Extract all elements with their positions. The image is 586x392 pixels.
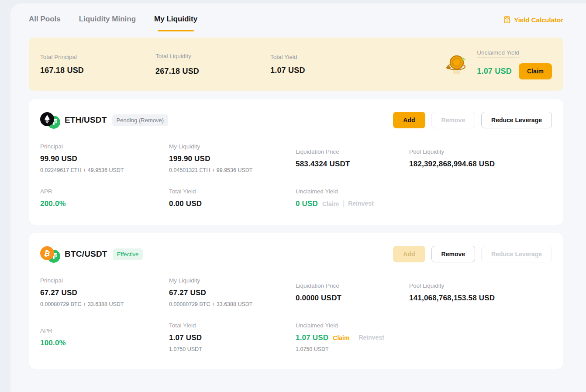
summary-banner: Total Principal 167.18 USD Total Liquidi… (29, 38, 563, 91)
liquidation-price-label: Liquidation Price (296, 148, 409, 155)
unclaimed-yield-value: 0 USD (296, 199, 318, 208)
eth-icon (40, 112, 54, 128)
total-principal-stat: Total Principal 167.18 USD (40, 54, 155, 75)
apr-label: APR (40, 327, 169, 334)
my-liquidity-cell: My Liquidity 199.90 USD 0.04501321 ETH +… (169, 143, 296, 173)
yield-calculator-label: Yield Calculator (514, 16, 563, 24)
total-yield-detail: 1.0750 USDT (169, 346, 296, 352)
status-badge: Pending (Remove) (112, 114, 168, 126)
total-liquidity-value: 267.18 USD (155, 67, 270, 76)
tab-all-pools[interactable]: All Pools (29, 15, 61, 31)
reduce-leverage-button[interactable]: Reduce Leverage (481, 246, 552, 262)
reinvest-link[interactable]: Reinvest (348, 200, 373, 208)
liquidation-price-value: 583.4324 USDT (296, 160, 409, 168)
total-yield-label: Total Yield (169, 322, 296, 329)
total-yield-value: 1.07 USD (169, 334, 296, 342)
my-liquidity-detail: 0.04501321 ETH + 99.9536 USDT (169, 167, 296, 173)
principal-value: 67.27 USD (40, 289, 169, 297)
tab-my-liquidity[interactable]: My Liquidity (154, 15, 197, 31)
principal-cell: Principal 67.27 USD 0.00080729 BTC + 33.… (40, 277, 169, 307)
claim-all-button[interactable]: Claim (519, 63, 552, 79)
reinvest-link[interactable]: Reinvest (358, 334, 384, 342)
add-button[interactable]: Add (393, 246, 425, 262)
remove-button[interactable]: Remove (431, 112, 475, 128)
apr-label: APR (40, 188, 169, 195)
tabs-bar: All Pools Liquidity Mining My Liquidity … (29, 15, 563, 31)
tab-liquidity-mining[interactable]: Liquidity Mining (79, 15, 136, 31)
unclaimed-yield-value: 1.07 USD (477, 67, 512, 76)
pair-name: ETH/USDT (65, 115, 107, 125)
total-yield-label: Total Yield (169, 188, 296, 195)
liquidation-price-cell: Liquidation Price 583.4324 USDT (296, 148, 409, 168)
unclaimed-yield-value: 1.07 USD (296, 334, 328, 342)
unclaimed-yield-cell: Unclaimed Yield 0 USD Claim Reinvest (296, 188, 409, 208)
principal-value: 99.90 USD (40, 155, 169, 163)
principal-label: Principal (40, 143, 169, 150)
pool-card-btc-usdt: ₿ BTC/USDT Effective Add Remove Reduce L… (29, 233, 563, 369)
total-principal-value: 167.18 USD (40, 66, 155, 75)
pool-card-eth-usdt: ETH/USDT Pending (Remove) Add Remove Red… (29, 99, 563, 225)
principal-detail: 0.00080729 BTC + 33.6388 USDT (40, 301, 169, 307)
total-yield-stat: Total Yield 1.07 USD (270, 54, 305, 75)
liquidation-price-value: 0.0000 USDT (296, 294, 409, 303)
pool-liquidity-value: 182,392,868,994.68 USD (409, 160, 552, 168)
remove-button[interactable]: Remove (431, 246, 475, 262)
pool-liquidity-label: Pool Liquidity (409, 148, 552, 155)
eth-usdt-pair-icons (40, 112, 60, 128)
add-button[interactable]: Add (393, 112, 425, 128)
total-liquidity-label[interactable]: Total Liquidity (155, 53, 191, 61)
total-yield-label: Total Yield (270, 54, 305, 60)
my-liquidity-cell: My Liquidity 67.27 USD 0.00080729 BTC + … (169, 277, 296, 307)
unclaimed-yield-stat: Unclaimed Yield 1.07 USD Claim (477, 49, 552, 79)
coin-illustration-icon (445, 52, 469, 76)
principal-label: Principal (40, 277, 169, 284)
yield-calculator-link[interactable]: Yield Calculator (503, 16, 563, 31)
pool-liquidity-cell: Pool Liquidity 182,392,868,994.68 USD (409, 148, 552, 168)
unclaimed-yield-label[interactable]: Unclaimed Yield (477, 49, 519, 58)
unclaimed-yield-label: Unclaimed Yield (296, 322, 409, 329)
apr-cell: APR 100.0% (40, 327, 169, 347)
claim-link[interactable]: Claim (322, 200, 339, 207)
unclaimed-yield-label: Unclaimed Yield (296, 188, 409, 195)
my-liquidity-label: My Liquidity (169, 277, 296, 284)
pool-liquidity-cell: Pool Liquidity 141,068,768,153.58 USD (409, 282, 552, 303)
reduce-leverage-button[interactable]: Reduce Leverage (481, 112, 552, 128)
divider (354, 334, 354, 341)
total-yield-value: 0.00 USD (169, 199, 296, 208)
apr-value: 200.0% (40, 199, 169, 208)
principal-detail: 0.02249617 ETH + 49.9536 USDT (40, 167, 169, 173)
btc-icon: ₿ (40, 246, 54, 262)
principal-cell: Principal 99.90 USD 0.02249617 ETH + 49.… (40, 143, 169, 173)
unclaimed-yield-cell: Unclaimed Yield 1.07 USD Claim Reinvest … (296, 322, 409, 352)
divider (343, 200, 344, 207)
my-liquidity-label: My Liquidity (169, 143, 296, 150)
total-yield-cell: Total Yield 0.00 USD (169, 188, 296, 208)
pool-liquidity-label: Pool Liquidity (409, 282, 552, 289)
my-liquidity-value: 199.90 USD (169, 155, 296, 163)
unclaimed-yield-detail: 1.0750 USDT (296, 346, 409, 352)
calculator-icon (503, 16, 511, 24)
liquidation-price-cell: Liquidation Price 0.0000 USDT (296, 282, 409, 303)
apr-cell: APR 200.0% (40, 188, 169, 208)
my-liquidity-panel: All Pools Liquidity Mining My Liquidity … (10, 3, 586, 392)
btc-usdt-pair-icons: ₿ (40, 246, 60, 262)
total-liquidity-stat: Total Liquidity 267.18 USD (155, 53, 270, 76)
my-liquidity-detail: 0.00080729 BTC + 33.6388 USDT (169, 301, 296, 307)
my-liquidity-value: 67.27 USD (169, 289, 296, 297)
total-principal-label: Total Principal (40, 54, 155, 60)
pair-name: BTC/USDT (65, 249, 107, 259)
pool-liquidity-value: 141,068,768,153.58 USD (409, 294, 552, 303)
status-badge: Effective (113, 248, 143, 260)
apr-value: 100.0% (40, 339, 169, 347)
total-yield-cell: Total Yield 1.07 USD 1.0750 USDT (169, 322, 296, 352)
liquidation-price-label: Liquidation Price (296, 282, 409, 289)
total-yield-value: 1.07 USD (270, 66, 305, 75)
claim-link[interactable]: Claim (333, 334, 349, 341)
